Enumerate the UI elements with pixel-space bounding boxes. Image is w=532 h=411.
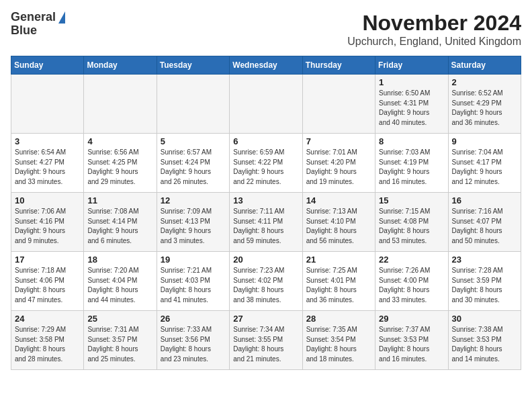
calendar-cell: 20Sunrise: 7:23 AM Sunset: 4:02 PM Dayli… — [230, 252, 302, 311]
calendar-cell: 10Sunrise: 7:06 AM Sunset: 4:16 PM Dayli… — [11, 193, 84, 252]
calendar-cell: 13Sunrise: 7:11 AM Sunset: 4:11 PM Dayli… — [230, 193, 302, 252]
day-info: Sunrise: 7:20 AM Sunset: 4:04 PM Dayligh… — [87, 266, 152, 305]
day-number: 20 — [233, 255, 298, 265]
day-number: 4 — [87, 136, 152, 146]
day-info: Sunrise: 7:31 AM Sunset: 3:57 PM Dayligh… — [87, 325, 152, 364]
col-sunday: Sunday — [11, 56, 84, 75]
day-info: Sunrise: 7:01 AM Sunset: 4:20 PM Dayligh… — [306, 148, 371, 187]
calendar-cell: 18Sunrise: 7:20 AM Sunset: 4:04 PM Dayli… — [84, 252, 157, 311]
day-info: Sunrise: 7:18 AM Sunset: 4:06 PM Dayligh… — [15, 266, 80, 305]
calendar-cell: 9Sunrise: 7:04 AM Sunset: 4:17 PM Daylig… — [448, 134, 521, 193]
day-info: Sunrise: 7:33 AM Sunset: 3:56 PM Dayligh… — [161, 325, 226, 364]
day-number: 25 — [87, 314, 152, 324]
logo-triangle-icon — [58, 11, 65, 24]
day-info: Sunrise: 7:35 AM Sunset: 3:54 PM Dayligh… — [306, 325, 371, 364]
day-number: 30 — [452, 314, 517, 324]
day-number: 18 — [87, 255, 152, 265]
day-number: 23 — [452, 255, 517, 265]
col-monday: Monday — [84, 56, 157, 75]
day-number: 15 — [379, 195, 444, 205]
header-row: Sunday Monday Tuesday Wednesday Thursday… — [11, 56, 521, 75]
calendar-cell: 25Sunrise: 7:31 AM Sunset: 3:57 PM Dayli… — [84, 311, 157, 370]
day-number: 24 — [15, 314, 80, 324]
day-number: 1 — [379, 77, 444, 87]
day-number: 5 — [161, 136, 226, 146]
calendar-week-row: 1Sunrise: 6:50 AM Sunset: 4:31 PM Daylig… — [11, 75, 521, 134]
logo-general: General — [11, 11, 56, 24]
col-wednesday: Wednesday — [230, 56, 302, 75]
calendar-cell: 24Sunrise: 7:29 AM Sunset: 3:58 PM Dayli… — [11, 311, 84, 370]
day-number: 6 — [233, 136, 298, 146]
day-info: Sunrise: 7:34 AM Sunset: 3:55 PM Dayligh… — [233, 325, 298, 364]
day-info: Sunrise: 7:25 AM Sunset: 4:01 PM Dayligh… — [306, 266, 371, 305]
day-info: Sunrise: 7:16 AM Sunset: 4:07 PM Dayligh… — [452, 207, 517, 246]
calendar-cell: 27Sunrise: 7:34 AM Sunset: 3:55 PM Dayli… — [230, 311, 302, 370]
calendar-body: 1Sunrise: 6:50 AM Sunset: 4:31 PM Daylig… — [11, 75, 521, 370]
day-info: Sunrise: 7:08 AM Sunset: 4:14 PM Dayligh… — [87, 207, 152, 246]
calendar-cell — [230, 75, 302, 134]
calendar-week-row: 17Sunrise: 7:18 AM Sunset: 4:06 PM Dayli… — [11, 252, 521, 311]
day-info: Sunrise: 7:28 AM Sunset: 3:59 PM Dayligh… — [452, 266, 517, 305]
day-number: 21 — [306, 255, 371, 265]
calendar-cell — [157, 75, 229, 134]
calendar-cell: 17Sunrise: 7:18 AM Sunset: 4:06 PM Dayli… — [11, 252, 84, 311]
calendar-cell: 2Sunrise: 6:52 AM Sunset: 4:29 PM Daylig… — [448, 75, 521, 134]
day-info: Sunrise: 6:57 AM Sunset: 4:24 PM Dayligh… — [161, 148, 226, 187]
day-info: Sunrise: 6:52 AM Sunset: 4:29 PM Dayligh… — [452, 89, 517, 128]
day-info: Sunrise: 7:29 AM Sunset: 3:58 PM Dayligh… — [15, 325, 80, 364]
day-info: Sunrise: 6:56 AM Sunset: 4:25 PM Dayligh… — [87, 148, 152, 187]
page-header: General Blue November 2024 Upchurch, Eng… — [11, 11, 521, 48]
calendar-cell: 4Sunrise: 6:56 AM Sunset: 4:25 PM Daylig… — [84, 134, 157, 193]
calendar-cell: 1Sunrise: 6:50 AM Sunset: 4:31 PM Daylig… — [375, 75, 448, 134]
calendar-week-row: 10Sunrise: 7:06 AM Sunset: 4:16 PM Dayli… — [11, 193, 521, 252]
col-saturday: Saturday — [448, 56, 521, 75]
day-number: 11 — [87, 195, 152, 205]
calendar-cell: 29Sunrise: 7:37 AM Sunset: 3:53 PM Dayli… — [375, 311, 448, 370]
calendar-cell: 23Sunrise: 7:28 AM Sunset: 3:59 PM Dayli… — [448, 252, 521, 311]
day-info: Sunrise: 6:59 AM Sunset: 4:22 PM Dayligh… — [233, 148, 298, 187]
day-number: 2 — [452, 77, 517, 87]
calendar-subtitle: Upchurch, England, United Kingdom — [347, 36, 521, 48]
calendar-cell: 6Sunrise: 6:59 AM Sunset: 4:22 PM Daylig… — [230, 134, 302, 193]
day-info: Sunrise: 7:21 AM Sunset: 4:03 PM Dayligh… — [161, 266, 226, 305]
day-info: Sunrise: 7:23 AM Sunset: 4:02 PM Dayligh… — [233, 266, 298, 305]
calendar-cell: 22Sunrise: 7:26 AM Sunset: 4:00 PM Dayli… — [375, 252, 448, 311]
day-info: Sunrise: 7:37 AM Sunset: 3:53 PM Dayligh… — [379, 325, 444, 364]
col-friday: Friday — [375, 56, 448, 75]
calendar-cell: 16Sunrise: 7:16 AM Sunset: 4:07 PM Dayli… — [448, 193, 521, 252]
calendar-cell: 28Sunrise: 7:35 AM Sunset: 3:54 PM Dayli… — [302, 311, 375, 370]
day-info: Sunrise: 7:13 AM Sunset: 4:10 PM Dayligh… — [306, 207, 371, 246]
day-number: 29 — [379, 314, 444, 324]
day-info: Sunrise: 7:09 AM Sunset: 4:13 PM Dayligh… — [161, 207, 226, 246]
day-number: 17 — [15, 255, 80, 265]
calendar-cell: 30Sunrise: 7:38 AM Sunset: 3:53 PM Dayli… — [448, 311, 521, 370]
day-number: 10 — [15, 195, 80, 205]
day-number: 13 — [233, 195, 298, 205]
calendar-cell: 12Sunrise: 7:09 AM Sunset: 4:13 PM Dayli… — [157, 193, 229, 252]
calendar-title: November 2024 — [347, 11, 521, 36]
day-info: Sunrise: 7:15 AM Sunset: 4:08 PM Dayligh… — [379, 207, 444, 246]
day-number: 3 — [15, 136, 80, 146]
col-tuesday: Tuesday — [157, 56, 229, 75]
logo: General Blue — [11, 11, 65, 38]
day-info: Sunrise: 7:04 AM Sunset: 4:17 PM Dayligh… — [452, 148, 517, 187]
day-number: 9 — [452, 136, 517, 146]
day-info: Sunrise: 6:54 AM Sunset: 4:27 PM Dayligh… — [15, 148, 80, 187]
day-number: 22 — [379, 255, 444, 265]
calendar-cell — [84, 75, 157, 134]
day-number: 8 — [379, 136, 444, 146]
calendar-cell: 11Sunrise: 7:08 AM Sunset: 4:14 PM Dayli… — [84, 193, 157, 252]
day-info: Sunrise: 7:03 AM Sunset: 4:19 PM Dayligh… — [379, 148, 444, 187]
calendar-cell — [11, 75, 84, 134]
day-info: Sunrise: 6:50 AM Sunset: 4:31 PM Dayligh… — [379, 89, 444, 128]
calendar-cell: 3Sunrise: 6:54 AM Sunset: 4:27 PM Daylig… — [11, 134, 84, 193]
day-number: 26 — [161, 314, 226, 324]
calendar-cell: 26Sunrise: 7:33 AM Sunset: 3:56 PM Dayli… — [157, 311, 229, 370]
calendar-week-row: 3Sunrise: 6:54 AM Sunset: 4:27 PM Daylig… — [11, 134, 521, 193]
day-number: 16 — [452, 195, 517, 205]
title-block: November 2024 Upchurch, England, United … — [347, 11, 521, 48]
calendar-week-row: 24Sunrise: 7:29 AM Sunset: 3:58 PM Dayli… — [11, 311, 521, 370]
day-info: Sunrise: 7:38 AM Sunset: 3:53 PM Dayligh… — [452, 325, 517, 364]
day-number: 19 — [161, 255, 226, 265]
day-number: 12 — [161, 195, 226, 205]
